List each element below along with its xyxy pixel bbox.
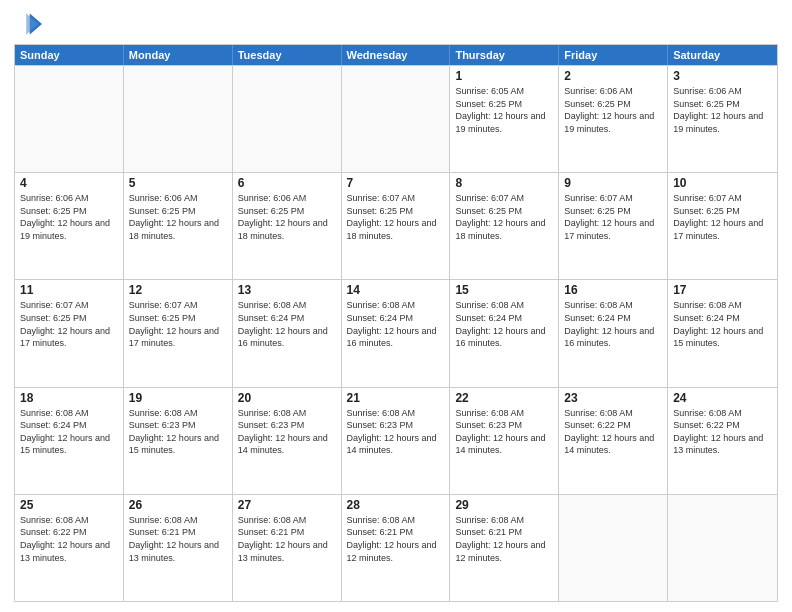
header-day-thursday: Thursday <box>450 45 559 65</box>
calendar-cell: 16Sunrise: 6:08 AMSunset: 6:24 PMDayligh… <box>559 280 668 386</box>
calendar-cell: 24Sunrise: 6:08 AMSunset: 6:22 PMDayligh… <box>668 388 777 494</box>
calendar-cell: 20Sunrise: 6:08 AMSunset: 6:23 PMDayligh… <box>233 388 342 494</box>
calendar-cell: 5Sunrise: 6:06 AMSunset: 6:25 PMDaylight… <box>124 173 233 279</box>
calendar-row-3: 18Sunrise: 6:08 AMSunset: 6:24 PMDayligh… <box>15 387 777 494</box>
cell-info: Sunrise: 6:08 AMSunset: 6:21 PMDaylight:… <box>238 514 336 564</box>
header-day-wednesday: Wednesday <box>342 45 451 65</box>
header-day-monday: Monday <box>124 45 233 65</box>
calendar-cell: 26Sunrise: 6:08 AMSunset: 6:21 PMDayligh… <box>124 495 233 601</box>
calendar-cell: 15Sunrise: 6:08 AMSunset: 6:24 PMDayligh… <box>450 280 559 386</box>
day-number: 21 <box>347 391 445 405</box>
day-number: 2 <box>564 69 662 83</box>
calendar-cell: 29Sunrise: 6:08 AMSunset: 6:21 PMDayligh… <box>450 495 559 601</box>
day-number: 25 <box>20 498 118 512</box>
cell-info: Sunrise: 6:08 AMSunset: 6:24 PMDaylight:… <box>564 299 662 349</box>
calendar-cell: 22Sunrise: 6:08 AMSunset: 6:23 PMDayligh… <box>450 388 559 494</box>
header-day-tuesday: Tuesday <box>233 45 342 65</box>
header <box>14 10 778 38</box>
cell-info: Sunrise: 6:08 AMSunset: 6:24 PMDaylight:… <box>20 407 118 457</box>
day-number: 9 <box>564 176 662 190</box>
cell-info: Sunrise: 6:08 AMSunset: 6:21 PMDaylight:… <box>455 514 553 564</box>
calendar-cell: 9Sunrise: 6:07 AMSunset: 6:25 PMDaylight… <box>559 173 668 279</box>
calendar-cell: 13Sunrise: 6:08 AMSunset: 6:24 PMDayligh… <box>233 280 342 386</box>
header-day-sunday: Sunday <box>15 45 124 65</box>
cell-info: Sunrise: 6:06 AMSunset: 6:25 PMDaylight:… <box>673 85 772 135</box>
day-number: 22 <box>455 391 553 405</box>
day-number: 28 <box>347 498 445 512</box>
day-number: 16 <box>564 283 662 297</box>
calendar-cell: 23Sunrise: 6:08 AMSunset: 6:22 PMDayligh… <box>559 388 668 494</box>
cell-info: Sunrise: 6:08 AMSunset: 6:23 PMDaylight:… <box>455 407 553 457</box>
calendar-cell: 12Sunrise: 6:07 AMSunset: 6:25 PMDayligh… <box>124 280 233 386</box>
cell-info: Sunrise: 6:07 AMSunset: 6:25 PMDaylight:… <box>564 192 662 242</box>
calendar-body: 1Sunrise: 6:05 AMSunset: 6:25 PMDaylight… <box>15 65 777 601</box>
calendar-cell <box>559 495 668 601</box>
calendar-cell: 19Sunrise: 6:08 AMSunset: 6:23 PMDayligh… <box>124 388 233 494</box>
cell-info: Sunrise: 6:08 AMSunset: 6:23 PMDaylight:… <box>238 407 336 457</box>
cell-info: Sunrise: 6:08 AMSunset: 6:23 PMDaylight:… <box>347 407 445 457</box>
calendar-cell: 6Sunrise: 6:06 AMSunset: 6:25 PMDaylight… <box>233 173 342 279</box>
cell-info: Sunrise: 6:08 AMSunset: 6:22 PMDaylight:… <box>564 407 662 457</box>
day-number: 8 <box>455 176 553 190</box>
day-number: 11 <box>20 283 118 297</box>
calendar-cell <box>668 495 777 601</box>
calendar-cell <box>342 66 451 172</box>
header-day-friday: Friday <box>559 45 668 65</box>
cell-info: Sunrise: 6:08 AMSunset: 6:21 PMDaylight:… <box>347 514 445 564</box>
calendar-cell: 1Sunrise: 6:05 AMSunset: 6:25 PMDaylight… <box>450 66 559 172</box>
cell-info: Sunrise: 6:08 AMSunset: 6:22 PMDaylight:… <box>20 514 118 564</box>
calendar-cell: 11Sunrise: 6:07 AMSunset: 6:25 PMDayligh… <box>15 280 124 386</box>
calendar-row-1: 4Sunrise: 6:06 AMSunset: 6:25 PMDaylight… <box>15 172 777 279</box>
header-day-saturday: Saturday <box>668 45 777 65</box>
calendar-cell <box>233 66 342 172</box>
day-number: 14 <box>347 283 445 297</box>
calendar-cell: 18Sunrise: 6:08 AMSunset: 6:24 PMDayligh… <box>15 388 124 494</box>
calendar-cell: 14Sunrise: 6:08 AMSunset: 6:24 PMDayligh… <box>342 280 451 386</box>
cell-info: Sunrise: 6:07 AMSunset: 6:25 PMDaylight:… <box>20 299 118 349</box>
day-number: 12 <box>129 283 227 297</box>
logo-icon <box>14 10 42 38</box>
day-number: 27 <box>238 498 336 512</box>
cell-info: Sunrise: 6:07 AMSunset: 6:25 PMDaylight:… <box>129 299 227 349</box>
day-number: 19 <box>129 391 227 405</box>
cell-info: Sunrise: 6:07 AMSunset: 6:25 PMDaylight:… <box>673 192 772 242</box>
cell-info: Sunrise: 6:08 AMSunset: 6:24 PMDaylight:… <box>347 299 445 349</box>
day-number: 4 <box>20 176 118 190</box>
calendar-cell: 8Sunrise: 6:07 AMSunset: 6:25 PMDaylight… <box>450 173 559 279</box>
calendar-cell: 21Sunrise: 6:08 AMSunset: 6:23 PMDayligh… <box>342 388 451 494</box>
cell-info: Sunrise: 6:06 AMSunset: 6:25 PMDaylight:… <box>238 192 336 242</box>
day-number: 17 <box>673 283 772 297</box>
calendar-cell: 17Sunrise: 6:08 AMSunset: 6:24 PMDayligh… <box>668 280 777 386</box>
cell-info: Sunrise: 6:08 AMSunset: 6:21 PMDaylight:… <box>129 514 227 564</box>
cell-info: Sunrise: 6:06 AMSunset: 6:25 PMDaylight:… <box>564 85 662 135</box>
day-number: 1 <box>455 69 553 83</box>
cell-info: Sunrise: 6:06 AMSunset: 6:25 PMDaylight:… <box>129 192 227 242</box>
cell-info: Sunrise: 6:07 AMSunset: 6:25 PMDaylight:… <box>347 192 445 242</box>
calendar-cell: 28Sunrise: 6:08 AMSunset: 6:21 PMDayligh… <box>342 495 451 601</box>
calendar-cell <box>15 66 124 172</box>
calendar-cell: 2Sunrise: 6:06 AMSunset: 6:25 PMDaylight… <box>559 66 668 172</box>
logo <box>14 10 46 38</box>
calendar: SundayMondayTuesdayWednesdayThursdayFrid… <box>14 44 778 602</box>
calendar-cell: 25Sunrise: 6:08 AMSunset: 6:22 PMDayligh… <box>15 495 124 601</box>
day-number: 3 <box>673 69 772 83</box>
cell-info: Sunrise: 6:08 AMSunset: 6:24 PMDaylight:… <box>455 299 553 349</box>
cell-info: Sunrise: 6:07 AMSunset: 6:25 PMDaylight:… <box>455 192 553 242</box>
day-number: 7 <box>347 176 445 190</box>
day-number: 15 <box>455 283 553 297</box>
calendar-row-0: 1Sunrise: 6:05 AMSunset: 6:25 PMDaylight… <box>15 65 777 172</box>
calendar-cell <box>124 66 233 172</box>
page: SundayMondayTuesdayWednesdayThursdayFrid… <box>0 0 792 612</box>
cell-info: Sunrise: 6:08 AMSunset: 6:24 PMDaylight:… <box>238 299 336 349</box>
day-number: 6 <box>238 176 336 190</box>
calendar-cell: 27Sunrise: 6:08 AMSunset: 6:21 PMDayligh… <box>233 495 342 601</box>
day-number: 13 <box>238 283 336 297</box>
day-number: 10 <box>673 176 772 190</box>
calendar-cell: 4Sunrise: 6:06 AMSunset: 6:25 PMDaylight… <box>15 173 124 279</box>
cell-info: Sunrise: 6:06 AMSunset: 6:25 PMDaylight:… <box>20 192 118 242</box>
day-number: 29 <box>455 498 553 512</box>
calendar-row-2: 11Sunrise: 6:07 AMSunset: 6:25 PMDayligh… <box>15 279 777 386</box>
calendar-cell: 7Sunrise: 6:07 AMSunset: 6:25 PMDaylight… <box>342 173 451 279</box>
cell-info: Sunrise: 6:08 AMSunset: 6:24 PMDaylight:… <box>673 299 772 349</box>
cell-info: Sunrise: 6:08 AMSunset: 6:23 PMDaylight:… <box>129 407 227 457</box>
